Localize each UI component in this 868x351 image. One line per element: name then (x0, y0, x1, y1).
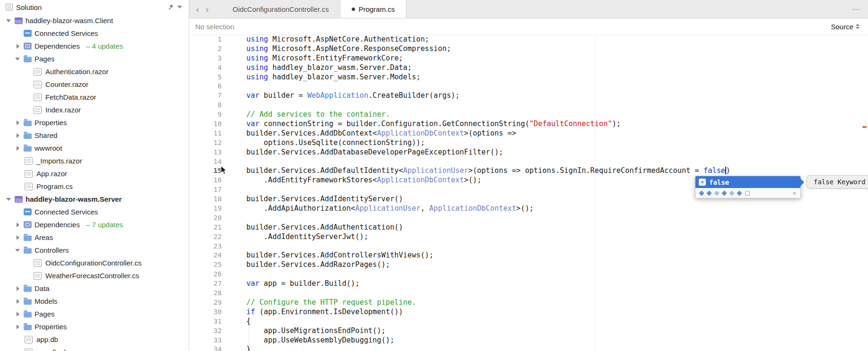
overflow-menu-button[interactable]: ⋯ (844, 0, 868, 18)
chevron-spacer (15, 30, 21, 36)
code-line-4[interactable]: 4using haddley_blazor_wasm.Server.Data; (189, 63, 868, 73)
tree-item-program-cs[interactable]: Program.cs (0, 180, 189, 193)
completion-filter-icon[interactable] (729, 190, 734, 196)
tree-item-haddley-blazor-wasm-server[interactable]: haddley-blazor-wasm.Server (0, 193, 189, 205)
line-number: 6 (189, 82, 222, 91)
completion-item-false[interactable]: × false (695, 176, 800, 188)
tree-item-authentication-razor[interactable]: Authentication.razor (0, 65, 189, 78)
chevron-right-icon[interactable] (15, 132, 21, 138)
chevron-down-icon[interactable] (15, 56, 21, 62)
tree-item-dependencies[interactable]: Dependencies– 4 updates (0, 40, 189, 52)
folder-icon (24, 146, 32, 152)
tree-item-app-db[interactable]: app.db (0, 333, 189, 346)
code-line-12[interactable]: 12 options.UseSqlite(connectionString)); (189, 138, 868, 148)
completion-filter-icon[interactable] (706, 190, 712, 196)
code-line-33[interactable]: 33 app.UseWebAssemblyDebugging(); (189, 336, 868, 345)
completion-filter-icon[interactable] (721, 190, 727, 196)
code-line-20[interactable]: 20 (189, 214, 868, 223)
tab-program-cs[interactable]: Program.cs (340, 0, 407, 18)
tree-item-counter-razor[interactable]: Counter.razor (0, 78, 189, 91)
code-line-19[interactable]: 19 .AddApiAuthorization<ApplicationUser,… (189, 204, 868, 214)
tree-item-models[interactable]: Models (0, 295, 189, 308)
chevron-right-icon[interactable] (15, 311, 21, 317)
chevron-right-icon[interactable] (15, 285, 21, 291)
chevron-right-icon[interactable] (15, 324, 21, 330)
chevron-right-icon[interactable] (15, 234, 21, 240)
back-button[interactable]: ‹ (196, 5, 199, 14)
code-line-5[interactable]: 5using haddley_blazor_wasm.Server.Models… (189, 73, 868, 82)
code-line-23[interactable]: 23 (189, 242, 868, 251)
tree-item-controllers[interactable]: Controllers (0, 244, 189, 257)
chevron-down-icon[interactable] (177, 6, 182, 9)
code-line-27[interactable]: 27var app = builder.Build(); (189, 279, 868, 289)
tree-item-data[interactable]: Data (0, 282, 189, 295)
code-line-29[interactable]: 29// Configure the HTTP request pipeline… (189, 298, 868, 308)
code-line-9[interactable]: 9// Add services to the container. (189, 110, 868, 120)
chevron-down-icon[interactable] (15, 247, 21, 253)
tree-item-wwwroot[interactable]: wwwroot (0, 142, 189, 154)
tree-item-properties[interactable]: Properties (0, 116, 189, 129)
code-line-7[interactable]: 7var builder = WebApplication.CreateBuil… (189, 91, 868, 101)
chevron-right-icon[interactable] (15, 298, 21, 304)
completion-filter-icon[interactable] (714, 190, 719, 196)
tree-item-connected-services[interactable]: Connected Services (0, 205, 189, 218)
code-line-26[interactable]: 26 (189, 270, 868, 279)
forward-button[interactable]: › (206, 5, 208, 14)
tree-item-fetchdata-razor[interactable]: FetchData.razor (0, 91, 189, 103)
tree-item-oidcconfigurationcontroller-cs[interactable]: OidcConfigurationController.cs (0, 257, 189, 269)
tab-oidcconfigurationcontroller-cs[interactable]: OidcConfigurationController.cs (221, 0, 340, 18)
completion-filter-close-icon[interactable]: × (793, 190, 796, 196)
code-line-32[interactable]: 32 app.UseMigrationsEndPoint(); (189, 326, 868, 336)
chevron-spacer (24, 273, 30, 279)
tree-item-connected-services[interactable]: Connected Services (0, 27, 189, 40)
tree-item-app-db-shm[interactable]: app.db-shm (0, 346, 189, 351)
tree-item-pages[interactable]: Pages (0, 52, 189, 65)
code-line-11[interactable]: 11builder.Services.AddDbContext<Applicat… (189, 129, 868, 138)
code-line-30[interactable]: 30if (app.Environment.IsDevelopment()) (189, 308, 868, 317)
code-line-6[interactable]: 6 (189, 82, 868, 91)
code-line-22[interactable]: 22 .AddIdentityServerJwt(); (189, 232, 868, 242)
chevron-right-icon[interactable] (15, 120, 21, 126)
code-line-21[interactable]: 21builder.Services.AddAuthentication() (189, 223, 868, 232)
code-line-13[interactable]: 13builder.Services.AddDatabaseDeveloperP… (189, 148, 868, 157)
pin-icon[interactable] (167, 4, 174, 11)
tree-item-pages[interactable]: Pages (0, 308, 189, 320)
tree-item-areas[interactable]: Areas (0, 231, 189, 244)
code-line-8[interactable]: 8 (189, 101, 868, 110)
code-line-31[interactable]: 31{ (189, 317, 868, 326)
chevron-right-icon[interactable] (15, 43, 21, 49)
code-line-28[interactable]: 28 (189, 289, 868, 298)
tree-item-shared[interactable]: Shared (0, 129, 189, 142)
code-line-10[interactable]: 10var connectionString = builder.Configu… (189, 120, 868, 129)
code-line-25[interactable]: 25builder.Services.AddRazorPages(); (189, 260, 868, 270)
completion-filter-grid-icon[interactable] (745, 191, 750, 196)
chevron-right-icon[interactable] (15, 222, 21, 228)
tree-item-index-razor[interactable]: Index.razor (0, 103, 189, 116)
code-editor[interactable]: 1using Microsoft.AspNetCore.Authenticati… (189, 35, 868, 351)
tree-item-label: Pages (35, 310, 55, 318)
tree-item-dependencies[interactable]: Dependencies– 7 updates (0, 218, 189, 231)
tree-item-app-razor[interactable]: App.razor (0, 167, 189, 180)
tree-item-label: Properties (35, 323, 67, 331)
dependencies-file-icon (24, 221, 32, 228)
code-line-34[interactable]: 34} (189, 345, 868, 351)
code-line-3[interactable]: 3using Microsoft.EntityFrameworkCore; (189, 54, 868, 63)
tree-item-imports-razor[interactable]: _Imports.razor (0, 154, 189, 167)
code-line-15[interactable]: 15builder.Services.AddDefaultIdentity<Ap… (189, 166, 868, 176)
completion-filter-icon[interactable] (699, 190, 704, 196)
line-number: 2 (189, 44, 222, 54)
line-number: 9 (189, 110, 222, 120)
chevron-down-icon[interactable] (6, 17, 12, 24)
tree-item-haddley-blazor-wasm-client[interactable]: haddley-blazor-wasm.Client (0, 14, 189, 27)
code-line-2[interactable]: 2using Microsoft.AspNetCore.ResponseComp… (189, 44, 868, 54)
tree-item-properties[interactable]: Properties (0, 320, 189, 333)
code-line-1[interactable]: 1using Microsoft.AspNetCore.Authenticati… (189, 35, 868, 44)
chevron-down-icon[interactable] (6, 196, 12, 202)
code-line-14[interactable]: 14 (189, 157, 868, 167)
solution-pad-header[interactable]: Solution (0, 0, 189, 14)
source-selector[interactable]: Source (831, 23, 859, 31)
chevron-right-icon[interactable] (15, 145, 21, 151)
code-line-24[interactable]: 24builder.Services.AddControllersWithVie… (189, 251, 868, 260)
tree-item-weatherforecastcontroller-cs[interactable]: WeatherForecastController.cs (0, 269, 189, 282)
completion-filter-icon[interactable] (737, 190, 742, 196)
